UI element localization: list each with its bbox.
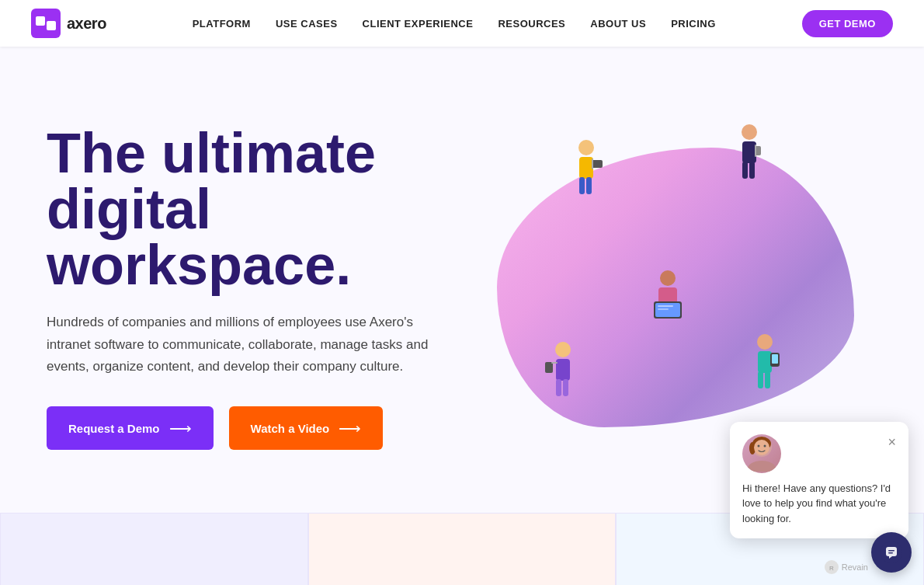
svg-rect-27 <box>545 362 553 373</box>
svg-rect-10 <box>742 141 756 163</box>
svg-rect-25 <box>556 379 561 396</box>
svg-rect-44 <box>888 552 893 554</box>
svg-rect-14 <box>755 145 756 157</box>
svg-point-9 <box>742 124 757 140</box>
svg-rect-26 <box>563 379 568 396</box>
arrow-icon: ⟶ <box>169 419 192 437</box>
hero-illustration <box>474 101 877 474</box>
svg-point-40 <box>758 444 760 447</box>
svg-point-36 <box>748 461 776 472</box>
svg-rect-11 <box>742 162 748 179</box>
svg-rect-28 <box>551 362 558 364</box>
svg-rect-1 <box>36 16 45 26</box>
nav-use-cases[interactable]: USE CASES <box>276 18 338 30</box>
hero-buttons: Request a Demo ⟶ Watch a Video ⟶ <box>47 406 474 450</box>
svg-rect-4 <box>579 157 593 179</box>
svg-point-41 <box>764 444 766 447</box>
get-demo-button[interactable]: GET DEMO <box>802 10 893 37</box>
svg-point-23 <box>555 342 571 357</box>
svg-rect-21 <box>658 305 673 307</box>
svg-rect-7 <box>592 160 603 168</box>
nav-pricing[interactable]: PRICING <box>671 18 716 30</box>
watch-video-button[interactable]: Watch a Video ⟶ <box>229 406 384 450</box>
hero-subtitle: Hundreds of companies and millions of em… <box>47 312 450 379</box>
svg-text:R: R <box>829 565 834 572</box>
svg-rect-32 <box>765 371 770 388</box>
request-demo-button[interactable]: Request a Demo ⟶ <box>47 406 214 450</box>
svg-rect-5 <box>579 177 585 194</box>
svg-rect-22 <box>658 308 669 310</box>
svg-rect-43 <box>888 550 894 552</box>
svg-point-3 <box>578 140 594 155</box>
hero-content: The ultimate digital workspace. Hundreds… <box>47 125 474 451</box>
navbar: axero PLATFORM USE CASES CLIENT EXPERIEN… <box>0 0 924 47</box>
nav-client-experience[interactable]: CLIENT EXPERIENCE <box>363 18 474 30</box>
svg-rect-24 <box>556 359 570 381</box>
nav-resources[interactable]: RESOURCES <box>498 18 565 30</box>
card-1 <box>0 513 308 585</box>
logo-text: axero <box>67 15 106 33</box>
card-2 <box>308 513 617 585</box>
chat-widget: × Hi there! Have any questions? I'd love… <box>730 422 908 539</box>
svg-rect-31 <box>758 371 763 388</box>
nav-links: PLATFORM USE CASES CLIENT EXPERIENCE RES… <box>193 16 716 30</box>
chat-header: × <box>742 434 896 473</box>
svg-rect-34 <box>772 354 778 364</box>
svg-rect-12 <box>749 162 755 179</box>
chat-avatar <box>742 434 781 473</box>
svg-rect-30 <box>758 351 772 373</box>
chat-message: Hi there! Have any questions? I'd love t… <box>742 481 896 527</box>
chat-close-button[interactable]: × <box>888 434 896 451</box>
logo[interactable]: axero <box>31 9 106 38</box>
nav-about-us[interactable]: ABOUT US <box>590 18 646 30</box>
nav-platform[interactable]: PLATFORM <box>193 18 251 30</box>
svg-point-15 <box>660 270 676 286</box>
svg-rect-6 <box>586 177 592 194</box>
chat-bubble-button[interactable] <box>871 532 912 573</box>
arrow-icon-2: ⟶ <box>339 419 361 437</box>
svg-rect-2 <box>47 21 56 30</box>
revain-watermark: R Revain <box>825 560 868 574</box>
people-illustration <box>474 101 877 474</box>
svg-rect-0 <box>31 9 61 38</box>
hero-title: The ultimate digital workspace. <box>47 125 474 293</box>
svg-point-39 <box>754 440 769 455</box>
svg-rect-8 <box>592 158 593 169</box>
svg-point-29 <box>757 334 773 350</box>
